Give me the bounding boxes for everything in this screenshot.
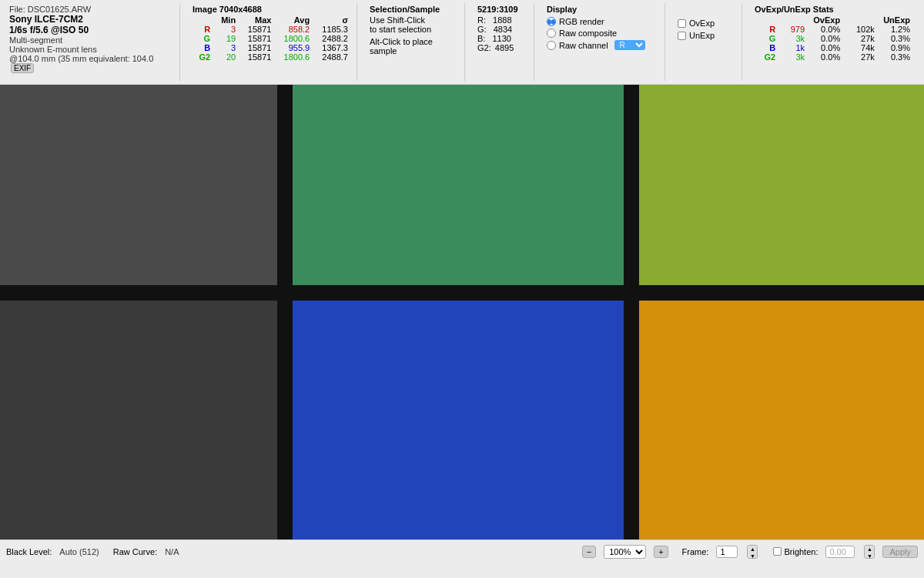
cursor-b: B: 1130 [477, 34, 529, 43]
ov-val-cell: 1k [780, 43, 809, 52]
channel-select[interactable]: R G B G2 [614, 40, 645, 50]
filename: DSC01625.ARW [28, 5, 91, 14]
avg-cell: 955.9 [275, 43, 313, 52]
file-info: File: DSC01625.ARW Sony ILCE-7CM2 1/6s f… [5, 3, 180, 81]
frame-stepper-up[interactable]: ▲ [748, 546, 757, 553]
brighten-stepper-down[interactable]: ▼ [865, 553, 874, 559]
col-avg: Avg [275, 15, 313, 25]
ovexp-section: OvExp UnExp [673, 3, 742, 81]
raw-curve-label: Raw Curve: [113, 547, 157, 556]
avg-cell: 1800.6 [275, 52, 313, 62]
bottom-bar: Black Level: Auto (512) Raw Curve: N/A −… [0, 539, 924, 563]
un-pct-cell: 0.3% [879, 34, 915, 43]
ov-ch-cell: G2 [755, 52, 780, 62]
min-cell: 3 [214, 25, 239, 34]
image-info: Image 7040x4688 Min Max Avg σ R 3 15871 … [188, 3, 357, 81]
table-row: R 3 15871 858.2 1185.3 [192, 25, 352, 34]
cell-bottom-middle [293, 301, 624, 539]
exif-button[interactable]: EXIF [11, 63, 34, 73]
cursor-g: G: 4834 [477, 25, 529, 34]
sel-line2: to start selection [370, 25, 460, 34]
cursor-r: R: 1888 [477, 15, 529, 25]
ovexp-stats-section: OvExp/UnExp Stats OvExp UnExp R 979 0.0%… [750, 3, 919, 81]
min-cell: 20 [214, 52, 239, 62]
max-cell: 15871 [239, 43, 275, 52]
frame-stepper-down[interactable]: ▼ [748, 553, 757, 559]
radio-raw-composite-label: Raw composite [559, 29, 617, 38]
avg-cell: 858.2 [275, 25, 313, 34]
radio-raw-composite[interactable]: Raw composite [547, 29, 660, 38]
ov-val-cell: 979 [780, 25, 809, 34]
frame-stepper[interactable]: ▲ ▼ [747, 545, 758, 559]
border-v1-r1 [277, 85, 293, 285]
zoom-select[interactable]: 100% 50% 200% Fit [604, 545, 646, 559]
border-v1-r3 [277, 301, 293, 539]
focal-length: @104.0 mm (35 mm equivalent: 104.0 EXIF [9, 54, 175, 73]
ov-val-cell: 3k [780, 34, 809, 43]
ovexp-stats-table: OvExp UnExp R 979 0.0% 102k 1.2% G 3k 0.… [755, 15, 915, 62]
unexp-checkbox[interactable]: UnExp [678, 31, 737, 40]
un-val-cell: 102k [845, 25, 879, 34]
cell-top-right [639, 85, 924, 285]
channel-dropdown-wrapper: R G B G2 [614, 40, 645, 50]
ov-val-cell: 3k [780, 52, 809, 62]
table-row: R 979 0.0% 102k 1.2% [755, 25, 915, 34]
ovexp-stats-title: OvExp/UnExp Stats [755, 5, 915, 14]
max-cell: 15871 [239, 25, 275, 34]
table-row: B 1k 0.0% 74k 0.9% [755, 43, 915, 52]
sigma-cell: 1367.3 [313, 43, 352, 52]
brighten-label: Brighten: [784, 547, 818, 556]
stat-col-ovexp: OvExp [780, 15, 845, 25]
un-pct-cell: 1.2% [879, 25, 915, 34]
un-val-cell: 27k [845, 34, 879, 43]
brighten-checkbox-wrapper[interactable]: Brighten: [773, 547, 818, 556]
radio-circle-raw-composite [547, 29, 556, 38]
radio-rgb-label: RGB render [559, 17, 604, 26]
brighten-checkbox[interactable] [773, 547, 782, 556]
zoom-control: 100% 50% 200% Fit [604, 545, 646, 559]
image-title: Image 7040x4688 [192, 5, 352, 14]
selection-section: Selection/Sample Use Shift-Click to star… [365, 3, 465, 81]
border-v2-r1 [624, 85, 639, 285]
cursor-coords: 5219:3109 [477, 5, 529, 14]
radio-circle-raw-channel [547, 41, 556, 50]
zoom-plus-button[interactable]: + [654, 546, 668, 558]
apply-button[interactable]: Apply [882, 546, 918, 558]
ch-cell: B [192, 43, 214, 52]
col-ch [192, 15, 214, 25]
un-val-cell: 74k [845, 43, 879, 52]
min-cell: 19 [214, 34, 239, 43]
radio-rgb[interactable]: RGB render [547, 17, 660, 26]
max-cell: 15871 [239, 34, 275, 43]
ov-pct-cell: 0.0% [809, 34, 845, 43]
frame-input[interactable] [716, 546, 738, 558]
brighten-stepper-up[interactable]: ▲ [865, 546, 874, 553]
unexp-checkbox-box [678, 32, 686, 40]
avg-cell: 1800.6 [275, 34, 313, 43]
cell-top-left [0, 85, 277, 285]
raw-curve-value: N/A [165, 547, 179, 556]
table-row: G2 3k 0.0% 27k 0.3% [755, 52, 915, 62]
display-options: RGB render Raw composite Raw channel R G… [547, 17, 660, 50]
zoom-minus-button[interactable]: − [582, 546, 596, 558]
selection-title: Selection/Sample [370, 5, 460, 14]
display-section: Display RGB render Raw composite Raw cha… [542, 3, 665, 81]
ovexp-checkbox[interactable]: OvExp [678, 18, 737, 28]
border-v2-r3 [624, 301, 639, 539]
top-bar: File: DSC01625.ARW Sony ILCE-7CM2 1/6s f… [0, 0, 924, 85]
sigma-cell: 2488.7 [313, 52, 352, 62]
exposure-settings: 1/6s f/5.6 @ISO 50 [9, 25, 175, 35]
ov-ch-cell: R [755, 25, 780, 34]
un-val-cell: 27k [845, 52, 879, 62]
brighten-input[interactable] [825, 546, 855, 558]
radio-raw-channel-label: Raw channel [559, 41, 608, 50]
stats-table: Min Max Avg σ R 3 15871 858.2 1185.3 G 1… [192, 15, 352, 62]
brighten-stepper[interactable]: ▲ ▼ [864, 545, 875, 559]
image-area [0, 85, 924, 539]
radio-raw-channel[interactable]: Raw channel R G B G2 [547, 40, 660, 50]
table-row: G2 20 15871 1800.6 2488.7 [192, 52, 352, 62]
sel-line4: sample [370, 46, 460, 55]
black-level-value: Auto (512) [59, 547, 99, 556]
border-h1-c4 [624, 285, 639, 301]
table-row: G 19 15871 1800.6 2488.2 [192, 34, 352, 43]
